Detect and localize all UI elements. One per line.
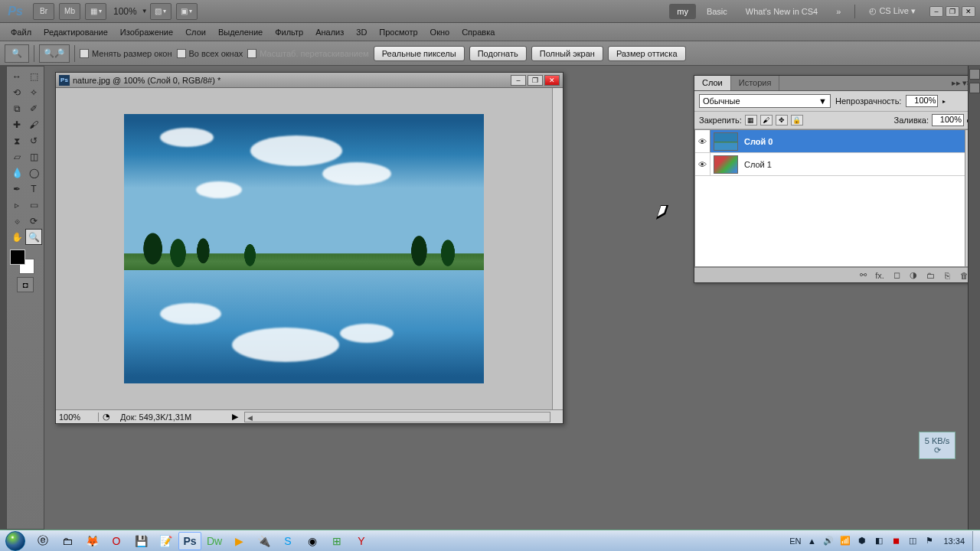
menu-layers[interactable]: Слои xyxy=(179,25,212,39)
3d-camera-tool-icon[interactable]: ⟳ xyxy=(25,213,42,229)
collapsed-panel-icon[interactable] xyxy=(969,83,980,93)
layer-thumbnail[interactable] xyxy=(714,155,738,174)
blur-tool-icon[interactable]: 💧 xyxy=(8,165,25,181)
blend-mode-select[interactable]: Обычные▼ xyxy=(699,94,831,108)
all-windows-checkbox[interactable]: Во всех окнах xyxy=(177,49,243,58)
menu-file[interactable]: Файл xyxy=(5,25,38,39)
layer-fx-icon[interactable]: fx. xyxy=(872,270,887,281)
layer-row[interactable]: 👁 Слой 0 xyxy=(695,130,974,153)
crop-tool-icon[interactable]: ⧉ xyxy=(8,100,25,116)
language-indicator[interactable]: EN xyxy=(789,536,801,546)
network-widget[interactable]: 5 KB/s⟳ xyxy=(919,432,956,459)
taskbar-yandex-icon[interactable]: Y xyxy=(350,532,373,550)
workspace-whatsnew[interactable]: What's New in CS4 xyxy=(738,4,825,19)
taskbar-chrome-icon[interactable]: ◉ xyxy=(301,532,324,550)
eyedropper-tool-icon[interactable]: ✐ xyxy=(25,100,42,116)
color-swatches[interactable] xyxy=(8,248,42,274)
history-brush-tool-icon[interactable]: ↺ xyxy=(25,132,42,148)
app-minimize-button[interactable]: – xyxy=(929,6,943,17)
tray-action-center-icon[interactable]: ⚑ xyxy=(923,535,936,547)
doc-close-button[interactable]: ✕ xyxy=(544,75,560,86)
bridge-icon[interactable]: Br xyxy=(33,3,54,20)
panel-collapse-icon[interactable]: ▸▸ xyxy=(952,78,961,88)
document-zoom-field[interactable]: 100% xyxy=(56,412,99,422)
foreground-color-swatch[interactable] xyxy=(10,249,25,265)
opacity-flyout-icon[interactable]: ▸ xyxy=(942,98,946,105)
layer-row[interactable]: 👁 Слой 1 xyxy=(695,153,974,176)
arrange-docs-dropdown[interactable]: ▧ xyxy=(150,3,172,20)
menu-view[interactable]: Просмотр xyxy=(373,25,423,39)
visibility-toggle-icon[interactable]: 👁 xyxy=(695,130,710,152)
lock-position-icon[interactable]: ✥ xyxy=(776,115,788,126)
menu-filter[interactable]: Фильтр xyxy=(269,25,309,39)
document-titlebar[interactable]: Ps nature.jpg @ 100% (Слой 0, RGB/8#) * … xyxy=(56,73,563,88)
opacity-input[interactable]: 100% xyxy=(906,95,938,107)
taskbar-skype-icon[interactable]: S xyxy=(276,532,299,550)
cslive-button[interactable]: ◴ CS Live ▾ xyxy=(861,3,923,19)
minibridge-icon[interactable]: Mb xyxy=(59,3,80,20)
lock-pixels-icon[interactable]: 🖌 xyxy=(760,115,773,126)
workspace-more-icon[interactable]: » xyxy=(828,4,848,19)
document-vscrollbar[interactable] xyxy=(552,88,563,409)
app-restore-button[interactable]: ❐ xyxy=(946,6,959,17)
app-close-button[interactable]: ✕ xyxy=(962,6,975,17)
layer-name[interactable]: Слой 1 xyxy=(741,160,772,169)
link-layers-icon[interactable]: ⚯ xyxy=(855,270,871,281)
doc-minimize-button[interactable]: – xyxy=(511,75,526,86)
tray-app-icon[interactable]: ⬢ xyxy=(856,535,868,547)
menu-window[interactable]: Окно xyxy=(424,25,456,39)
quick-mask-icon[interactable]: ◘ xyxy=(17,277,34,292)
taskbar-photoshop-icon[interactable]: Ps xyxy=(178,532,201,550)
zoom-tool-icon[interactable]: 🔍 xyxy=(25,229,42,245)
lock-transparency-icon[interactable]: ▦ xyxy=(745,115,757,126)
resize-windows-checkbox[interactable]: Менять размер окон xyxy=(80,49,172,58)
taskbar-clock[interactable]: 13:34 xyxy=(940,536,968,546)
tray-flag-icon[interactable]: ▲ xyxy=(805,535,818,547)
taskbar-dreamweaver-icon[interactable]: Dw xyxy=(203,532,226,550)
show-desktop-button[interactable] xyxy=(972,531,980,551)
document-info[interactable]: Док: 549,3K/1,31M xyxy=(114,412,198,422)
gradient-tool-icon[interactable]: ◫ xyxy=(25,148,42,165)
3d-tool-icon[interactable]: ⟐ xyxy=(8,213,25,229)
lock-all-icon[interactable]: 🔒 xyxy=(791,115,803,126)
shape-tool-icon[interactable]: ▭ xyxy=(25,197,42,213)
tray-network-icon[interactable]: 📶 xyxy=(839,535,851,547)
workspace-basic[interactable]: Basic xyxy=(699,4,735,19)
move-tool-icon[interactable]: ↔ xyxy=(8,68,25,84)
menu-3d[interactable]: 3D xyxy=(350,25,373,39)
print-size-button[interactable]: Размер оттиска xyxy=(608,46,686,61)
document-info-flyout-icon[interactable]: ▶ xyxy=(232,412,243,422)
taskbar-firefox-icon[interactable]: 🦊 xyxy=(80,532,103,550)
tab-history[interactable]: История xyxy=(731,76,780,90)
layer-group-icon[interactable]: 🗀 xyxy=(923,270,938,281)
fill-input[interactable]: 100% xyxy=(932,114,964,126)
taskbar-ie-icon[interactable]: ⓔ xyxy=(31,532,54,550)
taskbar-opera-icon[interactable]: O xyxy=(105,532,128,550)
doc-maximize-button[interactable]: ❐ xyxy=(528,75,543,86)
view-extras-dropdown[interactable]: ▦ xyxy=(85,3,106,20)
healing-tool-icon[interactable]: ✚ xyxy=(8,116,25,132)
visibility-toggle-icon[interactable]: 👁 xyxy=(695,153,710,175)
tab-layers[interactable]: Слои xyxy=(694,76,731,90)
current-tool-zoom-icon[interactable]: 🔍 xyxy=(5,44,29,63)
screen-mode-dropdown[interactable]: ▣ xyxy=(176,3,198,20)
document-hscrollbar[interactable]: ◀ xyxy=(244,412,550,422)
dodge-tool-icon[interactable]: ◯ xyxy=(25,165,42,181)
menu-image[interactable]: Изображение xyxy=(114,25,179,39)
pen-tool-icon[interactable]: ✒ xyxy=(8,181,25,197)
menu-select[interactable]: Выделение xyxy=(212,25,269,39)
full-screen-button[interactable]: Полный экран xyxy=(531,46,603,61)
taskbar-app-icon[interactable]: 🔌 xyxy=(252,532,275,550)
workspace-my[interactable]: my xyxy=(669,4,696,19)
taskbar-media-icon[interactable]: ▶ xyxy=(227,532,250,550)
right-dock-strip[interactable] xyxy=(968,66,980,530)
fit-screen-button[interactable]: Подогнать xyxy=(469,46,527,61)
layer-mask-icon[interactable]: ◻ xyxy=(889,270,904,281)
tray-app-icon[interactable]: ◧ xyxy=(873,535,885,547)
taskbar-app-icon[interactable]: 💾 xyxy=(129,532,152,550)
new-layer-icon[interactable]: ⎘ xyxy=(939,270,955,281)
zoom-level[interactable]: 100% xyxy=(113,6,137,17)
path-tool-icon[interactable]: ▹ xyxy=(8,197,25,213)
menu-edit[interactable]: Редактирование xyxy=(38,25,114,39)
menu-analysis[interactable]: Анализ xyxy=(309,25,350,39)
